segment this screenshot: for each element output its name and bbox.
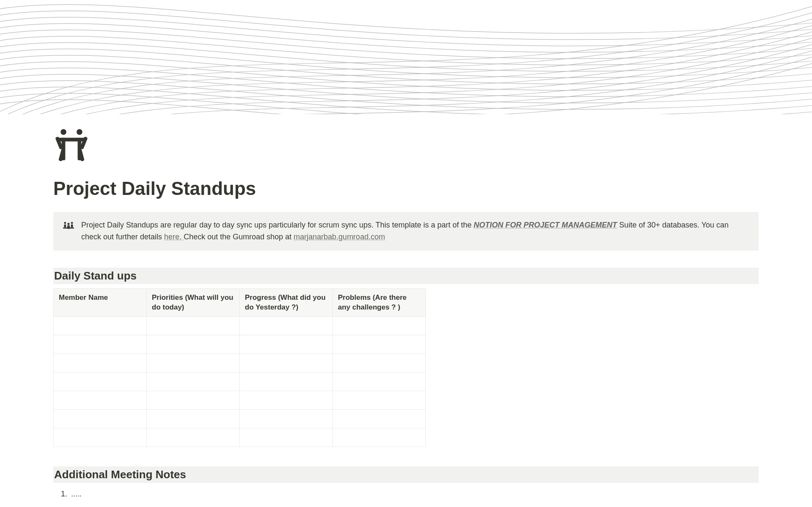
table-row[interactable] [54,410,426,428]
col-header-priorities[interactable]: Priorities (What will you do today) [147,288,240,317]
table-cell[interactable] [54,373,147,391]
table-cell[interactable] [333,354,426,373]
table-cell[interactable] [240,428,333,447]
table-cell[interactable] [333,428,426,447]
svg-point-10 [71,222,73,224]
svg-point-1 [77,129,82,135]
table-cell[interactable] [147,373,240,391]
col-header-progress[interactable]: Progress (What did you do Yesterday ?) [240,288,333,317]
callout-text: Project Daily Standups are regular day t… [81,219,749,243]
table-row[interactable] [54,373,426,391]
table-cell[interactable] [147,317,240,335]
list-item[interactable]: ..... [69,488,759,500]
table-row[interactable] [54,428,426,447]
table-cell[interactable] [333,391,426,410]
page-icon-people[interactable] [53,127,90,163]
suite-link[interactable]: NOTION FOR PROJECT MANAGEMENT [474,221,617,229]
table-row[interactable] [54,335,426,354]
svg-point-0 [60,129,66,135]
table-cell[interactable] [147,428,240,447]
callout-text-before: Project Daily Standups are regular day t… [81,221,474,229]
col-header-member[interactable]: Member Name [54,288,147,317]
gumroad-link[interactable]: marjanarbab.gumroad.com [294,233,385,241]
table-row[interactable] [54,391,426,410]
daily-standups-heading[interactable]: Daily Stand ups [53,268,759,284]
table-cell[interactable] [240,335,333,354]
page-title[interactable]: Project Daily Standups [53,178,759,200]
table-cell[interactable] [54,391,147,410]
table-cell[interactable] [147,335,240,354]
svg-rect-15 [63,227,74,228]
table-cell[interactable] [240,410,333,428]
table-row[interactable] [54,354,426,373]
svg-rect-2 [57,138,86,142]
table-cell[interactable] [333,335,426,354]
here-link[interactable]: here. [164,233,184,241]
table-cell[interactable] [147,410,240,428]
meeting-icon [63,220,74,230]
table-cell[interactable] [54,410,147,428]
table-cell[interactable] [240,391,333,410]
svg-rect-12 [64,224,66,227]
notes-list[interactable]: ..... [53,488,759,500]
table-cell[interactable] [333,317,426,335]
svg-point-11 [67,223,69,225]
col-header-problems[interactable]: Problems (Are there any challenges ? ) [333,288,426,317]
table-cell[interactable] [333,410,426,428]
standup-table[interactable]: Member Name Priorities (What will you do… [53,288,426,447]
table-cell[interactable] [54,335,147,354]
cover-image [0,0,812,114]
table-cell[interactable] [147,354,240,373]
table-cell[interactable] [333,373,426,391]
table-row[interactable] [54,317,426,335]
table-cell[interactable] [240,373,333,391]
table-cell[interactable] [54,428,147,447]
callout-block[interactable]: Project Daily Standups are regular day t… [53,212,759,251]
callout-text-after: Check out the Gumroad shop at [184,233,294,241]
table-cell[interactable] [54,317,147,335]
additional-notes-heading[interactable]: Additional Meeting Notes [53,466,759,483]
table-cell[interactable] [54,354,147,373]
table-cell[interactable] [147,391,240,410]
table-header-row: Member Name Priorities (What will you do… [54,288,426,317]
table-cell[interactable] [240,354,333,373]
svg-rect-13 [71,224,73,227]
svg-point-9 [64,222,66,224]
table-cell[interactable] [240,317,333,335]
